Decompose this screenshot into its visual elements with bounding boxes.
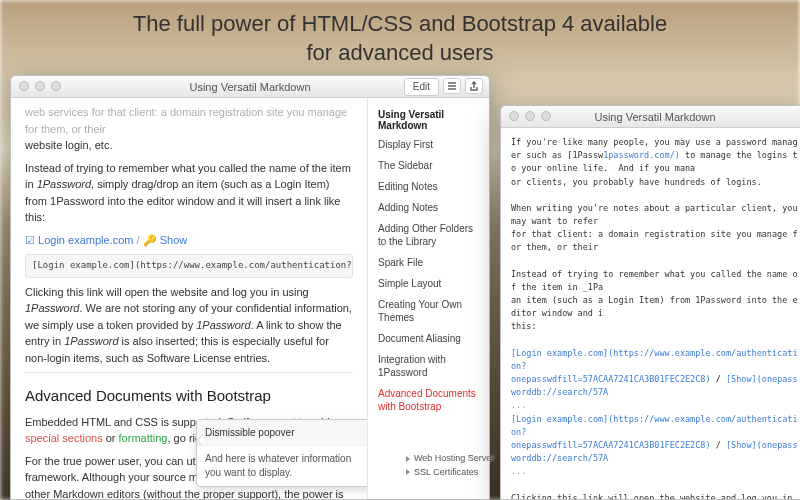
chevron-right-icon — [406, 456, 410, 462]
login-link[interactable]: ☑ Login example.com — [25, 234, 133, 246]
paragraph: Clicking this link will open the website… — [25, 284, 353, 367]
code-block: [Login example.com](https://www.example.… — [25, 254, 353, 278]
note-content: web services for that client: a domain r… — [11, 98, 367, 499]
sidebar-item[interactable]: The Sidebar — [370, 155, 487, 176]
source-window: Using Versatil Markdown If you're like m… — [500, 105, 800, 500]
sidebar-item[interactable]: Advanced Documents with Bootstrap — [370, 383, 487, 417]
sidebar-item[interactable]: Adding Notes — [370, 197, 487, 218]
link-line: ☑ Login example.com / 🔑 Show — [25, 232, 353, 249]
chevron-right-icon — [406, 469, 410, 475]
sub-item[interactable]: Web Hosting Server — [406, 452, 494, 466]
sidebar-heading: Using Versatil Markdown — [370, 106, 487, 134]
minimize-icon[interactable] — [525, 111, 535, 121]
sidebar-item[interactable]: Spark File — [370, 252, 487, 273]
popover-body: And here is whatever information you wan… — [197, 446, 367, 486]
sub-outline: Web Hosting Server SSL Certificates — [406, 452, 494, 479]
sidebar-item[interactable]: Integration with 1Password — [370, 349, 487, 383]
sidebar-item[interactable]: Adding Other Folders to the Library — [370, 218, 487, 252]
window-title: Using Versatil Markdown — [189, 81, 310, 93]
markdown-source[interactable]: If you're like many people, you may use … — [501, 128, 800, 499]
titlebar[interactable]: Using Versatil Markdown — [501, 106, 800, 128]
traffic-lights[interactable] — [19, 81, 61, 91]
popover: Dismissible popover And here is whatever… — [196, 419, 367, 487]
marketing-caption: The full power of HTML/CSS and Bootstrap… — [0, 10, 800, 67]
zoom-icon[interactable] — [541, 111, 551, 121]
outline-sidebar: Using Versatil Markdown Display FirstThe… — [367, 98, 489, 499]
close-icon[interactable] — [509, 111, 519, 121]
edit-button[interactable]: Edit — [404, 78, 439, 96]
section-heading: Advanced Documents with Bootstrap — [25, 385, 353, 408]
paragraph: web services for that client: a domain r… — [25, 104, 353, 154]
close-icon[interactable] — [19, 81, 29, 91]
sidebar-item[interactable]: Document Aliasing — [370, 328, 487, 349]
sidebar-item[interactable]: Simple Layout — [370, 273, 487, 294]
popover-title: Dismissible popover — [197, 420, 367, 446]
share-icon[interactable] — [465, 78, 483, 94]
sidebar-item[interactable]: Creating Your Own Themes — [370, 294, 487, 328]
list-icon[interactable] — [443, 78, 461, 94]
rendered-window: Using Versatil Markdown Edit web service… — [10, 75, 490, 500]
zoom-icon[interactable] — [51, 81, 61, 91]
divider — [25, 372, 353, 373]
sidebar-item[interactable]: Editing Notes — [370, 176, 487, 197]
traffic-lights[interactable] — [509, 111, 551, 121]
titlebar[interactable]: Using Versatil Markdown Edit — [11, 76, 489, 98]
sidebar-item[interactable]: Display First — [370, 134, 487, 155]
paragraph: Instead of trying to remember what you c… — [25, 160, 353, 226]
window-title: Using Versatil Markdown — [594, 111, 715, 123]
minimize-icon[interactable] — [35, 81, 45, 91]
show-link[interactable]: 🔑 Show — [143, 234, 188, 246]
sub-item[interactable]: SSL Certificates — [406, 466, 494, 480]
